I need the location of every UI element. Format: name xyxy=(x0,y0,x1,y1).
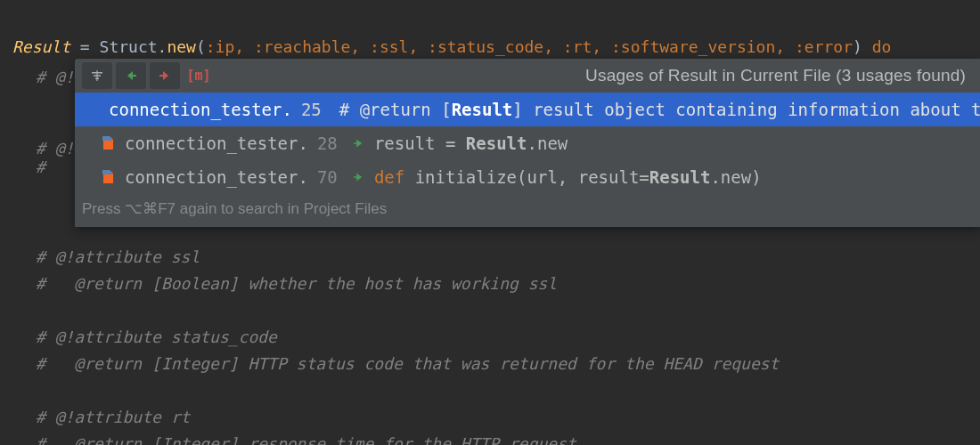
pin-icon: [m] xyxy=(186,68,210,84)
code-line-result-struct: Result = Struct.new(:ip, :reachable, :ss… xyxy=(12,37,891,56)
arrow-left-green-icon xyxy=(124,69,138,83)
code-snippet: # @return [Result] result object contain… xyxy=(339,100,980,119)
usage-row[interactable]: connection_tester.25# @return [Result] r… xyxy=(75,93,980,126)
settings-button[interactable] xyxy=(82,62,112,89)
identifier-result: Result xyxy=(12,37,70,56)
usage-results-list: connection_tester.25# @return [Result] r… xyxy=(75,93,980,194)
line-number: 25 xyxy=(301,100,322,119)
code-snippet: def initialize(url, result=Result.new) xyxy=(374,167,762,187)
usage-row[interactable]: connection_tester.28result = Result.new xyxy=(75,126,980,160)
symbol: :rt xyxy=(563,37,592,56)
file-name: connection_tester. xyxy=(109,100,292,119)
pin-button[interactable]: [m] xyxy=(184,62,214,89)
symbol: :ip xyxy=(206,37,235,56)
symbol: :error xyxy=(795,37,853,56)
comment-block: # @!attribute ssl # @return [Boolean] wh… xyxy=(36,217,779,445)
popup-toolbar: [m] Usages of Result in Current File (3 … xyxy=(75,59,980,93)
symbol: :reachable xyxy=(254,37,350,56)
comment-fragment-2: # @!# xyxy=(36,139,74,176)
code-snippet: result = Result.new xyxy=(374,134,568,153)
jump-arrow-icon xyxy=(351,170,365,184)
line-number: 28 xyxy=(317,134,342,153)
symbol: :ssl xyxy=(370,37,408,56)
ruby-file-icon xyxy=(100,135,116,151)
symbol: :software_version xyxy=(611,37,775,56)
struct-arguments: :ip, :reachable, :ssl, :status_code, :rt… xyxy=(206,37,853,56)
comment-fragment-1: # @! xyxy=(36,68,74,86)
file-name: connection_tester. xyxy=(125,134,308,153)
arrow-right-red-icon xyxy=(158,69,172,83)
find-usages-popup: [m] Usages of Result in Current File (3 … xyxy=(75,59,980,227)
settings-icon xyxy=(90,69,104,83)
popup-footer-hint: Press ⌥⌘F7 again to search in Project Fi… xyxy=(75,194,980,227)
line-number: 70 xyxy=(317,167,342,187)
file-name: connection_tester. xyxy=(125,167,308,187)
prev-occurrence-button[interactable] xyxy=(116,62,146,89)
jump-arrow-icon xyxy=(351,136,365,150)
ruby-file-icon xyxy=(100,169,116,185)
symbol: :status_code xyxy=(428,37,543,56)
popup-title: Usages of Result in Current File (3 usag… xyxy=(217,66,973,85)
next-occurrence-button[interactable] xyxy=(150,62,180,89)
usage-row[interactable]: connection_tester.70def initialize(url, … xyxy=(75,160,980,194)
